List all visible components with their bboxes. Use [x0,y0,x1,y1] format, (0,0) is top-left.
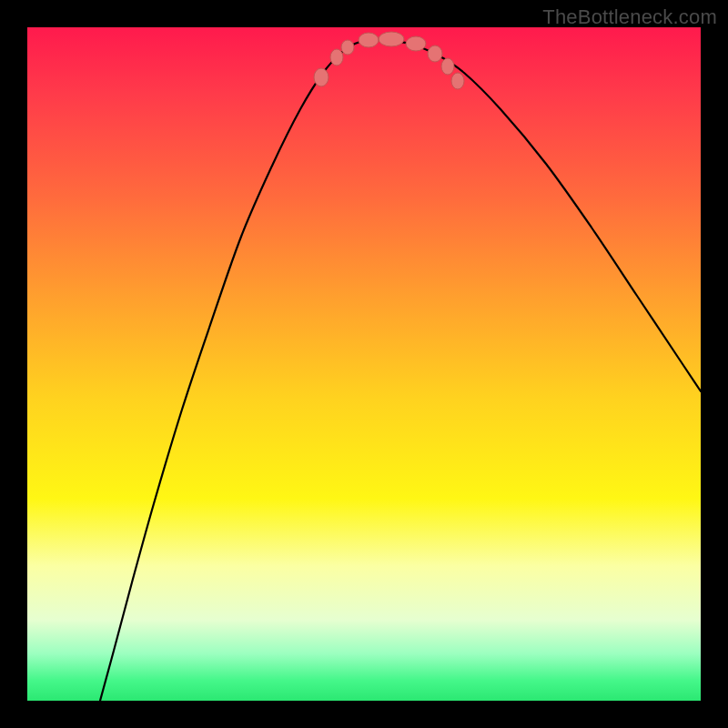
curve-marker-2 [341,40,354,55]
curve-marker-6 [428,46,442,62]
chart-frame: TheBottleneck.com [0,0,728,728]
curve-marker-5 [406,36,426,51]
watermark-text: TheBottleneck.com [542,5,717,29]
curve-marker-1 [330,49,343,66]
curve-marker-7 [441,58,454,75]
curve-marker-0 [314,68,329,86]
curve-marker-8 [451,73,464,89]
plot-area [27,27,701,701]
curve-svg [27,27,701,701]
bottleneck-curve [100,40,701,702]
curve-marker-4 [379,32,404,46]
curve-marker-3 [359,33,379,47]
curve-markers [314,32,464,89]
